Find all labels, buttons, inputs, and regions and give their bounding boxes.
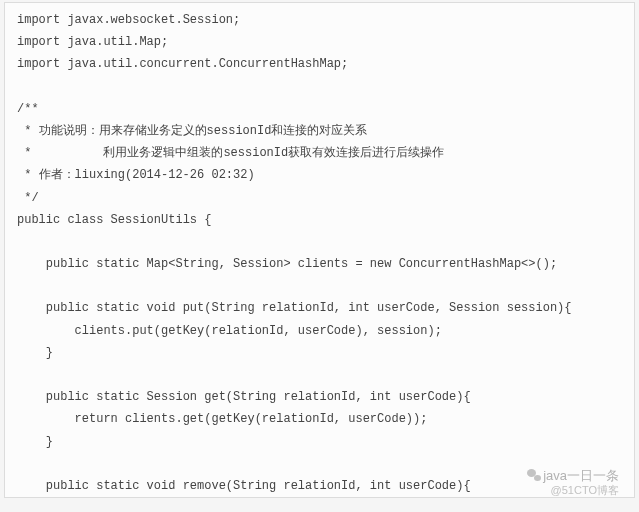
code-line: clients.put(getKey(relationId, userCode)…	[17, 320, 622, 342]
code-line: public static void put(String relationId…	[17, 297, 622, 319]
code-line: clients.remove(getKey(relationId, userCo…	[17, 497, 622, 498]
code-line	[17, 76, 622, 98]
code-line: import javax.websocket.Session;	[17, 9, 622, 31]
code-line: * 功能说明：用来存储业务定义的sessionId和连接的对应关系	[17, 120, 622, 142]
code-line: public static Map<String, Session> clien…	[17, 253, 622, 275]
code-line	[17, 231, 622, 253]
code-line: return clients.get(getKey(relationId, us…	[17, 408, 622, 430]
code-line: * 利用业务逻辑中组装的sessionId获取有效连接后进行后续操作	[17, 142, 622, 164]
code-line: }	[17, 431, 622, 453]
code-line	[17, 364, 622, 386]
code-line: */	[17, 187, 622, 209]
code-line	[17, 275, 622, 297]
code-line: * 作者：liuxing(2014-12-26 02:32)	[17, 164, 622, 186]
code-line: public static void remove(String relatio…	[17, 475, 622, 497]
code-line: /**	[17, 98, 622, 120]
code-line: import java.util.concurrent.ConcurrentHa…	[17, 53, 622, 75]
code-line: public static Session get(String relatio…	[17, 386, 622, 408]
code-line: public class SessionUtils {	[17, 209, 622, 231]
code-block: import javax.websocket.Session;import ja…	[4, 2, 635, 498]
code-line: }	[17, 342, 622, 364]
code-line	[17, 453, 622, 475]
code-line: import java.util.Map;	[17, 31, 622, 53]
